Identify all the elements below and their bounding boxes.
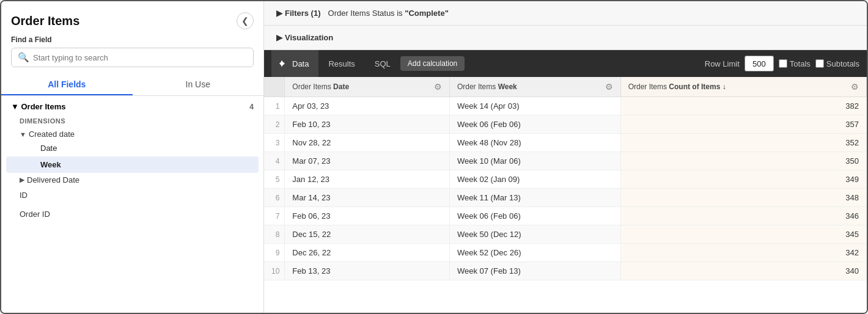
tab-data[interactable]: Data — [271, 50, 318, 77]
cell-date: Feb 10, 23 — [285, 115, 450, 134]
col-name-count: Order Items Count of Items ↓ — [628, 82, 726, 91]
row-number: 1 — [264, 97, 285, 115]
cell-count: 350 — [620, 152, 866, 170]
viz-bar[interactable]: ▶ Visualization — [264, 26, 867, 50]
table-row: 2 Feb 10, 23 Week 06 (Feb 06) 357 — [264, 115, 867, 134]
group-header-label: ▼ Order Items — [11, 102, 65, 111]
tab-sql-label: SQL — [375, 59, 391, 68]
cell-count: 346 — [620, 207, 866, 225]
gear-icon-date[interactable]: ⚙ — [434, 82, 442, 92]
data-tab-arrow — [281, 60, 285, 67]
gear-icon-week[interactable]: ⚙ — [605, 82, 613, 92]
collapse-icon: ❮ — [241, 16, 249, 26]
sidebar: Order Items ❮ Find a Field 🔍 All Fields … — [1, 1, 264, 313]
table-row: 1 Apr 03, 23 Week 14 (Apr 03) 382 — [264, 97, 867, 115]
cell-date: Jan 12, 23 — [285, 170, 450, 189]
row-limit-label: Row Limit — [705, 59, 740, 68]
cell-week: Week 06 (Feb 06) — [449, 115, 620, 134]
cell-date: Dec 26, 22 — [285, 244, 450, 262]
table-body: 1 Apr 03, 23 Week 14 (Apr 03) 382 2 Feb … — [264, 97, 867, 280]
viz-label: Visualization — [285, 33, 333, 42]
filter-label: Filters (1) — [285, 9, 321, 18]
main-panel: ▶ Filters (1) Order Items Status is "Com… — [264, 1, 867, 313]
table-row: 8 Dec 15, 22 Week 50 (Dec 12) 345 — [264, 225, 867, 244]
col-header-count: Order Items Count of Items ↓ ⚙ — [620, 77, 866, 97]
field-item-week[interactable]: Week — [6, 156, 259, 173]
cell-week: Week 06 (Feb 06) — [449, 207, 620, 225]
field-group-delivered-date[interactable]: ▶ Delivered Date — [1, 173, 263, 186]
add-calculation-button[interactable]: Add calculation — [400, 56, 465, 71]
cell-date: Dec 15, 22 — [285, 225, 450, 244]
cell-week: Week 02 (Jan 09) — [449, 170, 620, 189]
group-header-order-items[interactable]: ▼ Order Items 4 — [1, 96, 263, 114]
search-box: 🔍 — [11, 48, 254, 67]
row-number: 8 — [264, 225, 285, 244]
cell-date: Feb 06, 23 — [285, 207, 450, 225]
field-item-date[interactable]: Date — [6, 140, 259, 156]
header-row: Order Items Date ⚙ Order Items Week ⚙ — [264, 77, 867, 97]
row-number: 3 — [264, 134, 285, 152]
cell-count: 340 — [620, 262, 866, 280]
table-row: 3 Nov 28, 22 Week 48 (Nov 28) 352 — [264, 134, 867, 152]
tab-data-label: Data — [292, 59, 309, 68]
row-number: 9 — [264, 244, 285, 262]
filter-description: Order Items Status is "Complete" — [328, 9, 449, 18]
table-header: Order Items Date ⚙ Order Items Week ⚙ — [264, 77, 867, 97]
cell-date: Apr 03, 23 — [285, 97, 450, 115]
cell-week: Week 11 (Mar 13) — [449, 189, 620, 207]
field-group-created-date[interactable]: ▼ Created date — [1, 127, 263, 140]
subtotals-checkbox-label[interactable]: Subtotals — [815, 59, 859, 68]
table-row: 7 Feb 06, 23 Week 06 (Feb 06) 346 — [264, 207, 867, 225]
cell-date: Feb 13, 23 — [285, 262, 450, 280]
tab-all-fields[interactable]: All Fields — [1, 73, 133, 95]
row-limit-input[interactable] — [745, 56, 774, 71]
totals-checkbox[interactable] — [779, 59, 787, 68]
sidebar-header: Order Items ❮ — [1, 1, 263, 35]
data-section: Data Results SQL Add calculation Row Lim… — [264, 50, 867, 313]
tabs: All Fields In Use — [1, 73, 263, 96]
field-item-id[interactable]: ID — [1, 186, 263, 205]
tab-results[interactable]: Results — [318, 50, 364, 77]
cell-week: Week 50 (Dec 12) — [449, 225, 620, 244]
collapse-button[interactable]: ❮ — [237, 12, 254, 29]
col-name-week: Order Items Week — [457, 82, 517, 91]
cell-count: 382 — [620, 97, 866, 115]
field-list: ▼ Order Items 4 DIMENSIONS ▼ Created dat… — [1, 96, 263, 313]
cell-count: 342 — [620, 244, 866, 262]
row-number: 6 — [264, 189, 285, 207]
subtotals-checkbox[interactable] — [815, 59, 824, 68]
table-row: 6 Mar 14, 23 Week 11 (Mar 13) 348 — [264, 189, 867, 207]
cell-week: Week 14 (Apr 03) — [449, 97, 620, 115]
cell-count: 349 — [620, 170, 866, 189]
search-icon: 🔍 — [18, 52, 29, 63]
data-table: Order Items Date ⚙ Order Items Week ⚙ — [264, 77, 867, 280]
cell-date: Mar 07, 23 — [285, 152, 450, 170]
filter-toggle[interactable]: ▶ Filters (1) — [276, 9, 321, 18]
cell-week: Week 07 (Feb 13) — [449, 262, 620, 280]
tab-results-label: Results — [328, 59, 355, 68]
col-header-week: Order Items Week ⚙ — [449, 77, 620, 97]
gear-icon-count[interactable]: ⚙ — [851, 82, 859, 92]
tab-sql[interactable]: SQL — [365, 50, 400, 77]
filter-arrow-icon: ▶ — [276, 9, 282, 18]
tab-in-use[interactable]: In Use — [133, 73, 264, 95]
col-name-date: Order Items Date — [292, 82, 349, 91]
cell-date: Nov 28, 22 — [285, 134, 450, 152]
table-row: 10 Feb 13, 23 Week 07 (Feb 13) 340 — [264, 262, 867, 280]
cell-count: 352 — [620, 134, 866, 152]
search-input[interactable] — [33, 53, 247, 62]
row-limit-area: Row Limit Totals Subtotals — [705, 56, 859, 71]
table-row: 4 Mar 07, 23 Week 10 (Mar 06) 350 — [264, 152, 867, 170]
cell-week: Week 48 (Nov 28) — [449, 134, 620, 152]
table-row: 9 Dec 26, 22 Week 52 (Dec 26) 342 — [264, 244, 867, 262]
find-field-label: Find a Field — [1, 35, 263, 48]
filter-bar: ▶ Filters (1) Order Items Status is "Com… — [264, 1, 867, 26]
data-toolbar: Data Results SQL Add calculation Row Lim… — [264, 50, 867, 77]
group-arrow: ▼ — [11, 102, 21, 111]
table-row: 5 Jan 12, 23 Week 02 (Jan 09) 349 — [264, 170, 867, 189]
totals-checkbox-label[interactable]: Totals — [779, 59, 811, 68]
viz-arrow-icon: ▶ — [276, 33, 282, 42]
field-item-order-id[interactable]: Order ID — [1, 205, 263, 224]
row-number: 10 — [264, 262, 285, 280]
sidebar-title: Order Items — [11, 14, 79, 28]
